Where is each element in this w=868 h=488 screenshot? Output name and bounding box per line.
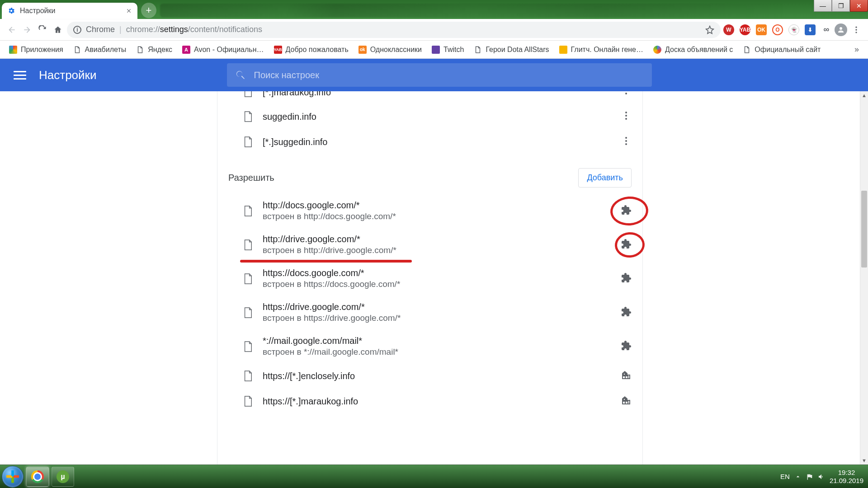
windows-taskbar: µ EN 19:32 21.09.2019	[0, 465, 868, 488]
ext-ok-icon[interactable]: OK	[756, 24, 767, 35]
bookmark-item[interactable]: Глитч. Онлайн гене…	[556, 44, 647, 56]
settings-card: [*.]maraukog.infosuggedin.info[*.]sugged…	[217, 91, 643, 465]
taskbar-chrome[interactable]	[26, 467, 49, 487]
tab-settings[interactable]: Настройки	[2, 3, 137, 19]
more-actions-button[interactable]	[621, 91, 632, 98]
url-text: chrome://settings/content/notifications	[126, 25, 262, 34]
site-embedded-in: встроен в https://docs.google.com/*	[263, 279, 400, 289]
scroll-down-arrow[interactable]: ▼	[860, 456, 868, 465]
page-icon	[243, 307, 253, 319]
start-button[interactable]	[2, 466, 24, 488]
scroll-thumb[interactable]	[861, 191, 867, 267]
more-actions-button[interactable]	[621, 136, 632, 148]
settings-menu-button[interactable]	[14, 69, 26, 82]
settings-viewport: [*.]maraukog.infosuggedin.info[*.]sugged…	[0, 91, 868, 465]
site-url: https://[*.]maraukog.info	[263, 396, 358, 407]
site-url: [*.]suggedin.info	[263, 137, 327, 147]
allowed-site-row: https://[*.]maraukog.info	[217, 389, 642, 414]
ext-yab-icon[interactable]: YAB	[740, 24, 750, 35]
settings-search[interactable]	[227, 63, 652, 87]
bookmark-item[interactable]: Герои Dota AllStars	[470, 44, 552, 56]
bookmark-label: Официальный сайт	[755, 46, 821, 54]
svg-point-6	[625, 112, 627, 113]
site-info-icon[interactable]: i	[73, 26, 81, 34]
ext-dl-icon[interactable]: ⬇	[805, 24, 816, 35]
page-icon	[243, 395, 253, 407]
svg-point-8	[625, 118, 627, 120]
profile-avatar[interactable]	[835, 23, 847, 36]
svg-point-11	[625, 143, 627, 145]
bookmark-item[interactable]: Авиабилеты	[70, 44, 130, 56]
new-tab-button[interactable]: +	[141, 3, 156, 18]
bookmark-item[interactable]: Twitch	[428, 44, 467, 56]
bookmark-item[interactable]: Доска объявлений с	[650, 44, 736, 56]
site-url: http://drive.google.com/*	[263, 234, 396, 244]
tray-language[interactable]: EN	[780, 473, 790, 480]
blocked-site-row: [*.]suggedin.info	[217, 129, 642, 155]
page-icon	[243, 91, 253, 98]
more-actions-button[interactable]	[621, 110, 632, 123]
tray-volume-icon[interactable]	[818, 473, 825, 480]
bookmark-item[interactable]: AAvon - Официальн…	[179, 44, 267, 56]
tray-icons[interactable]	[794, 473, 825, 480]
bookmark-label: Приложения	[21, 46, 63, 54]
row-trailing	[621, 205, 632, 217]
allowed-site-row: https://[*.]enclosely.info	[217, 363, 642, 389]
svg-point-2	[855, 32, 857, 33]
gear-icon	[7, 7, 15, 15]
ext-link-icon[interactable]: ∞	[821, 24, 832, 35]
blocked-site-row: suggedin.info	[217, 104, 642, 129]
tray-clock[interactable]: 19:32 21.09.2019	[830, 469, 863, 484]
page-icon	[243, 341, 253, 352]
bookmark-item[interactable]: Официальный сайт	[739, 44, 824, 56]
site-url: suggedin.info	[263, 112, 316, 122]
extension-icon	[621, 340, 632, 351]
site-url: https://[*.]enclosely.info	[263, 371, 355, 381]
bookmarks-overflow[interactable]: »	[851, 43, 863, 56]
ext-opera-icon[interactable]: O	[772, 24, 783, 35]
tray-time: 19:32	[830, 469, 863, 476]
background-tabs-blurred	[160, 4, 787, 17]
tray-up-icon[interactable]	[794, 473, 802, 480]
blocked-site-row: [*.]maraukog.info	[217, 91, 642, 104]
policy-icon	[621, 370, 632, 380]
row-trailing	[621, 306, 632, 319]
ext-vk-icon[interactable]: W	[723, 24, 734, 35]
page-icon	[243, 136, 253, 148]
reload-button[interactable]	[36, 23, 49, 36]
tray-flag-icon[interactable]	[806, 473, 813, 480]
scroll-up-arrow[interactable]: ▲	[860, 91, 868, 99]
svg-point-7	[625, 115, 627, 117]
maximize-button[interactable]: ❐	[832, 0, 850, 12]
page-icon	[243, 111, 253, 122]
bookmark-item[interactable]: Приложения	[5, 44, 67, 56]
allow-heading: Разрешить	[228, 173, 274, 183]
minimize-button[interactable]: —	[814, 0, 832, 12]
address-bar[interactable]: i Chrome | chrome://settings/content/not…	[67, 22, 721, 38]
vertical-scrollbar[interactable]: ▲ ▼	[860, 91, 868, 465]
utorrent-icon: µ	[57, 470, 69, 483]
bookmark-item[interactable]: YABДобро пожаловать	[270, 44, 352, 56]
allowed-site-row: https://drive.google.com/*встроен в http…	[217, 296, 642, 329]
chrome-menu-button[interactable]	[850, 23, 863, 36]
svg-point-9	[625, 137, 627, 139]
back-button[interactable]	[5, 23, 18, 36]
close-icon[interactable]	[126, 8, 132, 14]
ext-ghost-icon[interactable]: 👻	[788, 24, 799, 35]
row-trailing	[621, 239, 632, 251]
bookmark-item[interactable]: okОдноклассники	[355, 44, 425, 56]
settings-search-input[interactable]	[254, 70, 644, 80]
window-close-button[interactable]: ✕	[850, 0, 868, 12]
row-trailing	[621, 395, 632, 408]
bookmark-label: Twitch	[443, 46, 464, 54]
allowed-site-row: http://drive.google.com/*встроен в http:…	[217, 228, 642, 262]
tab-title: Настройки	[20, 7, 55, 15]
settings-header: Настройки	[0, 59, 868, 91]
forward-button[interactable]	[21, 23, 33, 36]
home-button[interactable]	[52, 23, 64, 36]
bookmark-star-icon[interactable]	[705, 25, 714, 34]
site-embedded-in: встроен в *://mail.google.com/mail*	[263, 347, 398, 357]
taskbar-utorrent[interactable]: µ	[52, 467, 74, 487]
add-site-button[interactable]: Добавить	[578, 168, 632, 188]
bookmark-item[interactable]: Яндекс	[132, 44, 176, 56]
